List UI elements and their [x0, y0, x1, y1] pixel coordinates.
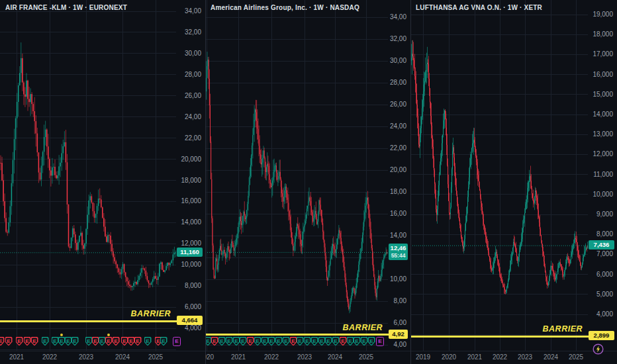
price-tick-label: 18,000: [589, 30, 613, 38]
earnings-icon-green[interactable]: E: [71, 337, 79, 345]
last-price-value: 11,160: [180, 248, 199, 255]
chart-legend-title[interactable]: American Airlines Group, Inc. · 1W · NAS…: [211, 4, 359, 11]
pane-divider[interactable]: [205, 0, 206, 364]
time-tick-label: 2022: [35, 353, 64, 361]
barrier-line[interactable]: [205, 334, 391, 336]
earnings-icon-green[interactable]: E: [361, 337, 368, 345]
barrier-price-tag[interactable]: 4,92: [389, 330, 408, 339]
price-scale[interactable]: 19,00018,00017,00016,00015,00014,00013,0…: [588, 0, 617, 364]
earnings-icon-green[interactable]: E: [275, 337, 283, 345]
earnings-icon-red[interactable]: E: [211, 337, 218, 345]
earnings-icon-green[interactable]: E: [226, 337, 233, 345]
price-tick-label: 26,00: [177, 92, 201, 100]
last-price-value: 7,436: [594, 241, 610, 248]
earnings-icon-green[interactable]: E: [240, 337, 247, 345]
price-tick-label: 15,000: [589, 91, 613, 99]
time-tick-label: 2020: [205, 353, 221, 361]
chart-pane-air-france[interactable]: AIR FRANCE -KLM · 1W · EURONEXT BARRIER …: [0, 0, 205, 364]
price-tick-label: 19,000: [589, 11, 613, 19]
earnings-icon-green[interactable]: E: [325, 337, 332, 345]
barrier-line[interactable]: [410, 336, 591, 338]
price-tick-label: 6,000: [589, 271, 613, 279]
chart-pane-american-airlines[interactable]: American Airlines Group, Inc. · 1W · NAS…: [205, 0, 410, 364]
earnings-icon-red[interactable]: E: [340, 337, 347, 345]
price-tick-label: 16,00: [389, 210, 406, 218]
earnings-icon-red[interactable]: E: [113, 337, 120, 345]
earnings-icon-green[interactable]: E: [218, 337, 226, 345]
last-price-tag[interactable]: 12,46 55:44: [389, 244, 408, 260]
barrier-line[interactable]: [0, 320, 179, 322]
barrier-price-tag[interactable]: 4,664: [177, 316, 203, 325]
earnings-icon-green[interactable]: E: [160, 337, 167, 345]
price-tick-label: 8,000: [589, 230, 613, 238]
time-tick-label: 2023: [510, 353, 540, 361]
chart-legend-title[interactable]: AIR FRANCE -KLM · 1W · EURONEXT: [5, 4, 127, 11]
price-tick-label: 14,000: [589, 111, 613, 118]
barrier-drawing-label[interactable]: BARRIER: [543, 324, 583, 334]
price-tick-label: 20,000: [177, 156, 201, 163]
earnings-icon-green[interactable]: E: [268, 337, 275, 345]
last-price-value: 12,46: [391, 244, 406, 251]
price-tick-label: 14,000: [177, 218, 201, 226]
price-tick-label: 16,000: [177, 197, 201, 205]
candlestick-canvas-air-france[interactable]: [0, 0, 176, 351]
last-price-tag[interactable]: 11,160: [177, 248, 203, 257]
earnings-icon-green[interactable]: E: [332, 337, 340, 345]
price-tick-label: 20,00: [389, 166, 406, 174]
price-tick-label: 10,00: [389, 275, 406, 283]
candlestick-canvas-lufthansa[interactable]: [410, 0, 588, 351]
price-tick-label: 4,000: [589, 310, 613, 318]
time-tick-label: 2022: [257, 353, 286, 361]
candlestick-canvas-american-airlines[interactable]: [205, 0, 388, 351]
chart-pane-lufthansa[interactable]: LUFTHANSA AG VNA O.N. · 1W · XETR BARRIE…: [410, 0, 617, 364]
price-tick-label: 22,00: [389, 144, 406, 152]
barrier-price-tag[interactable]: 2,899: [589, 331, 614, 340]
barrier-drawing-label[interactable]: BARRIER: [131, 309, 171, 318]
price-tick-label: 5,000: [589, 291, 613, 298]
time-axis[interactable]: 2019202020212022202320242025: [410, 351, 617, 364]
earnings-icon-red[interactable]: E: [247, 337, 254, 345]
earnings-icon-green[interactable]: E: [144, 337, 152, 345]
time-axis[interactable]: 20212022202320242025: [0, 351, 205, 364]
price-scale[interactable]: 34,0032,0030,0028,0026,0024,0022,0020,00…: [176, 0, 205, 364]
price-tick-label: 28,00: [389, 79, 406, 87]
earnings-icon-red[interactable]: E: [24, 337, 31, 345]
price-tick-label: 8,00: [389, 297, 406, 305]
time-tick-label: 2021: [224, 353, 253, 361]
lightning-icon[interactable]: [593, 343, 604, 355]
price-tick-label: 28,00: [177, 71, 201, 79]
time-tick-label: 2024: [320, 353, 350, 361]
bar-countdown: 55:44: [389, 252, 408, 259]
earnings-icon-red[interactable]: E: [16, 337, 23, 345]
time-tick-label: 2019: [410, 353, 438, 361]
earnings-icon-red[interactable]: E: [105, 337, 113, 345]
chart-legend-title[interactable]: LUFTHANSA AG VNA O.N. · 1W · XETR: [416, 4, 542, 11]
time-tick-label: 2020: [434, 353, 463, 361]
pane-divider[interactable]: [410, 0, 411, 364]
barrier-drawing-label[interactable]: BARRIER: [343, 323, 383, 332]
earnings-icon-red[interactable]: E: [5, 337, 13, 345]
earnings-icon-green[interactable]: E: [42, 337, 49, 345]
earnings-icon-green[interactable]: E: [304, 337, 311, 345]
earnings-icon-green[interactable]: E: [368, 337, 375, 345]
earnings-icon-red[interactable]: E: [0, 337, 5, 345]
earnings-icon-red[interactable]: E: [31, 337, 38, 345]
earnings-icon-green[interactable]: E: [297, 337, 304, 345]
earnings-icon-green[interactable]: E: [354, 337, 361, 345]
price-scale[interactable]: 34,0032,0030,0028,0026,0024,0022,0020,00…: [388, 0, 410, 364]
last-price-tag[interactable]: 7,436: [589, 240, 614, 250]
price-tick-label: 18,00: [389, 188, 406, 196]
earnings-icon-green[interactable]: E: [311, 337, 318, 345]
earnings-icon-green[interactable]: E: [254, 337, 261, 345]
price-tick-label: 10,000: [589, 191, 613, 199]
earnings-icon-green[interactable]: E: [283, 337, 290, 345]
marker-dot: [60, 334, 63, 336]
earnings-icon-red[interactable]: E: [134, 337, 142, 345]
price-tick-label: 8,000: [177, 282, 201, 290]
marker-dot: [107, 334, 110, 336]
earnings-upcoming-icon[interactable]: E: [173, 337, 181, 346]
price-tick-label: 24,00: [177, 113, 201, 121]
time-axis[interactable]: 202020212022202320242025: [205, 351, 410, 364]
earnings-upcoming-icon[interactable]: E: [376, 337, 384, 346]
price-tick-label: 14,00: [389, 232, 406, 240]
